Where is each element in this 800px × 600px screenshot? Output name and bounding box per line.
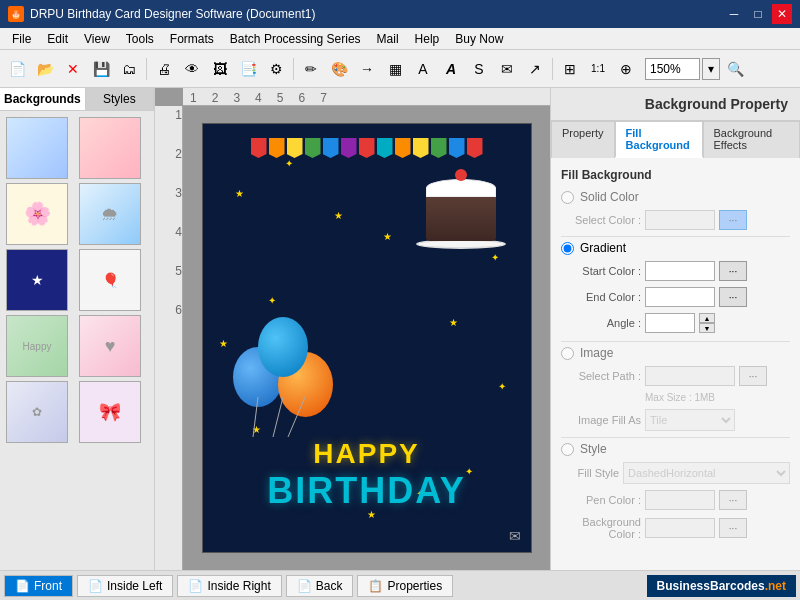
ratio-button[interactable]: 1:1 (585, 56, 611, 82)
menu-tools[interactable]: Tools (118, 30, 162, 48)
settings-button[interactable]: ⚙ (263, 56, 289, 82)
select-color-label: Select Color : (561, 214, 641, 226)
bg-thumb-10[interactable]: 🎀 (79, 381, 141, 443)
gradient-row: Gradient (561, 241, 790, 255)
panel-body: Fill Background Solid Color Select Color… (551, 158, 800, 570)
tab-inside-left[interactable]: 📄 Inside Left (77, 575, 173, 597)
paint-button[interactable]: 🎨 (326, 56, 352, 82)
brand-suffix: .net (765, 579, 786, 593)
menu-edit[interactable]: Edit (39, 30, 76, 48)
max-size-row: Max Size : 1MB (561, 392, 790, 403)
tab-bg-effects[interactable]: Background Effects (703, 121, 801, 158)
angle-up-button[interactable]: ▲ (699, 313, 715, 323)
gradient-radio[interactable] (561, 242, 574, 255)
tab-property[interactable]: Property (551, 121, 615, 158)
tab-front[interactable]: 📄 Front (4, 575, 73, 597)
bg-thumb-4[interactable]: 🌧 (79, 183, 141, 245)
inside-right-icon: 📄 (188, 579, 203, 593)
grid-button[interactable]: ⊞ (557, 56, 583, 82)
pen-color-input (645, 490, 715, 510)
end-color-input[interactable] (645, 287, 715, 307)
maximize-button[interactable]: □ (748, 4, 768, 24)
bg-thumb-8[interactable]: ♥ (79, 315, 141, 377)
menu-batch[interactable]: Batch Processing Series (222, 30, 369, 48)
angle-down-button[interactable]: ▼ (699, 323, 715, 333)
bg-thumb-9[interactable]: ✿ (6, 381, 68, 443)
zoom-dropdown[interactable]: ▾ (702, 58, 720, 80)
gradient-label[interactable]: Gradient (580, 241, 626, 255)
solid-color-label[interactable]: Solid Color (580, 190, 639, 204)
image-button[interactable]: 🖼 (207, 56, 233, 82)
bg-thumb-5[interactable]: ★ (6, 249, 68, 311)
tab-styles[interactable]: Styles (86, 88, 154, 110)
bg-thumb-7[interactable]: Happy (6, 315, 68, 377)
panel-tabs: Property Fill Background Background Effe… (551, 121, 800, 158)
image-radio[interactable] (561, 347, 574, 360)
tab-backgrounds[interactable]: Backgrounds (0, 88, 86, 110)
back-icon: 📄 (297, 579, 312, 593)
angle-input[interactable]: 359 (645, 313, 695, 333)
bottombar: 📄 Front 📄 Inside Left 📄 Inside Right 📄 B… (0, 570, 800, 600)
menu-view[interactable]: View (76, 30, 118, 48)
bg-thumb-1[interactable] (6, 117, 68, 179)
menu-help[interactable]: Help (407, 30, 448, 48)
email-button[interactable]: ✉ (494, 56, 520, 82)
card-canvas[interactable]: ★ ✦ ★ ✦ ★ ✦ ★ ✦ ★ ✦ ★ ✦ ★ ✦ ★ ✦ (202, 123, 532, 553)
svg-line-1 (288, 397, 305, 437)
zoom-input[interactable] (645, 58, 700, 80)
bg-thumb-3[interactable]: 🌸 (6, 183, 68, 245)
canvas-area: 1234567 123456 ★ ✦ ★ ✦ ★ ✦ ★ ✦ ★ ✦ ★ (155, 88, 550, 570)
save-button[interactable]: 💾 (88, 56, 114, 82)
template-button[interactable]: 📑 (235, 56, 261, 82)
bg-thumb-2[interactable] (79, 117, 141, 179)
start-color-label: Start Color : (561, 265, 641, 277)
app-icon: 🎂 (8, 6, 24, 22)
bg-thumb-6[interactable]: 🎈 (79, 249, 141, 311)
zoom-out-button[interactable]: 🔍 (722, 56, 748, 82)
start-color-button[interactable]: ··· (719, 261, 747, 281)
tab-fill-background[interactable]: Fill Background (615, 121, 703, 158)
tab-properties[interactable]: 📋 Properties (357, 575, 453, 597)
wordart-button[interactable]: A (438, 56, 464, 82)
open-button[interactable]: 📂 (32, 56, 58, 82)
ruler-top: 1234567 (183, 88, 550, 106)
barcode-button[interactable]: ▦ (382, 56, 408, 82)
inside-left-icon: 📄 (88, 579, 103, 593)
pencil-button[interactable]: ✏ (298, 56, 324, 82)
start-color-input[interactable] (645, 261, 715, 281)
bg-color-input (645, 518, 715, 538)
select-path-label: Select Path : (561, 370, 641, 382)
menu-file[interactable]: File (4, 30, 39, 48)
text-button[interactable]: A (410, 56, 436, 82)
end-color-button[interactable]: ··· (719, 287, 747, 307)
style-label[interactable]: Style (580, 442, 607, 456)
separator3 (552, 58, 553, 80)
app-title: DRPU Birthday Card Designer Software (Do… (30, 7, 315, 21)
zoom-in-button[interactable]: ⊕ (613, 56, 639, 82)
image-label[interactable]: Image (580, 346, 613, 360)
save-as-button[interactable]: 🗂 (116, 56, 142, 82)
style-radio[interactable] (561, 443, 574, 456)
solid-color-radio[interactable] (561, 191, 574, 204)
close-doc-button[interactable]: ✕ (60, 56, 86, 82)
signature-button[interactable]: S (466, 56, 492, 82)
balloon-strings (223, 397, 353, 437)
bottom-tabs: 📄 Front 📄 Inside Left 📄 Inside Right 📄 B… (4, 575, 455, 597)
new-button[interactable]: 📄 (4, 56, 30, 82)
tab-inside-right[interactable]: 📄 Inside Right (177, 575, 281, 597)
minimize-button[interactable]: ─ (724, 4, 744, 24)
cake-area (411, 164, 511, 249)
arrow-button[interactable]: → (354, 56, 380, 82)
end-color-row: End Color : ··· (561, 287, 790, 307)
select-path-row: Select Path : ··· (561, 366, 790, 386)
print-button[interactable]: 🖨 (151, 56, 177, 82)
front-icon: 📄 (15, 579, 30, 593)
tab-back[interactable]: 📄 Back (286, 575, 354, 597)
menu-formats[interactable]: Formats (162, 30, 222, 48)
cursor-button[interactable]: ↗ (522, 56, 548, 82)
fill-style-label: Fill Style (561, 467, 619, 479)
close-button[interactable]: ✕ (772, 4, 792, 24)
menu-mail[interactable]: Mail (369, 30, 407, 48)
preview-button[interactable]: 👁 (179, 56, 205, 82)
menu-buynow[interactable]: Buy Now (447, 30, 511, 48)
